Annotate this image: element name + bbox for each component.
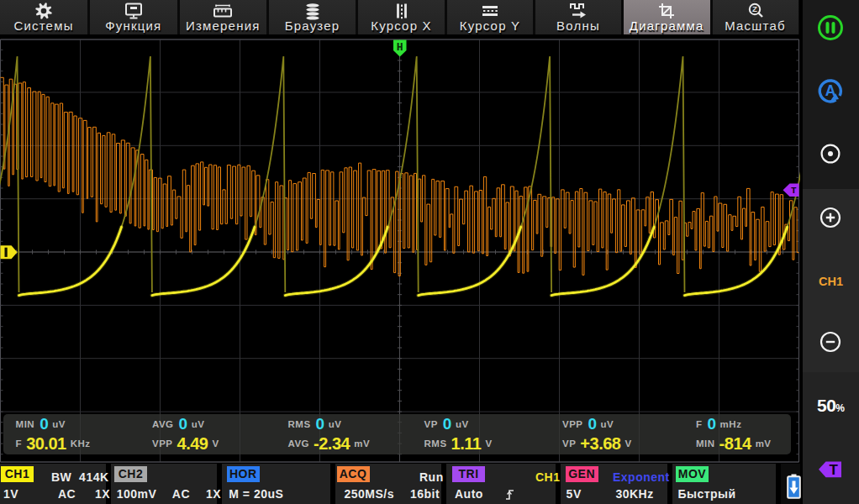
svg-text:T: T: [830, 462, 839, 478]
svg-text:A: A: [825, 82, 836, 99]
svg-text:H: H: [397, 41, 403, 54]
svg-text:T: T: [791, 186, 797, 196]
